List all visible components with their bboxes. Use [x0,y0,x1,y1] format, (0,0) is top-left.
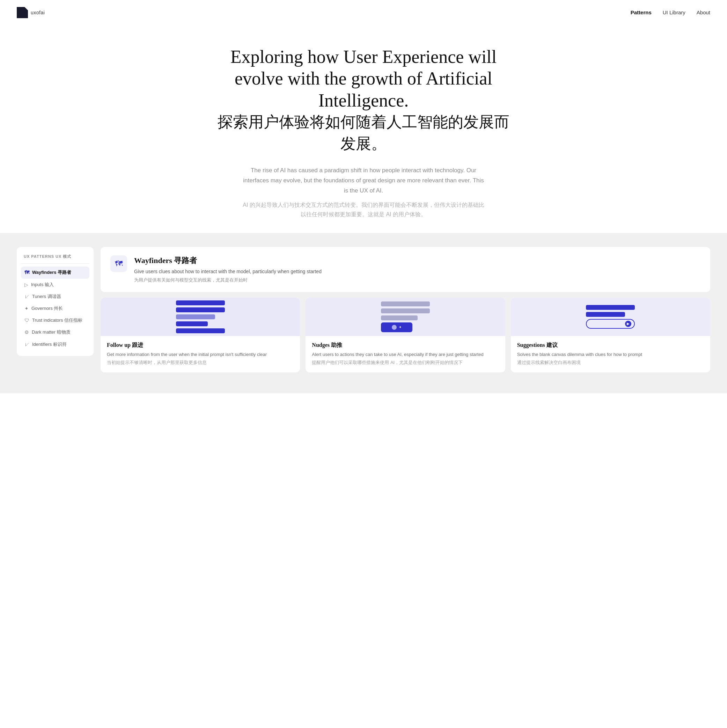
main-panel: 🗺 Wayfinders 寻路者 Give users clues about … [101,247,710,372]
sidebar-label-inputs: Inputs 输入 [31,281,54,288]
feature-title: Wayfinders 寻路者 [134,255,322,266]
layout: UX PATTERNS UX 模式 🗺 Wayfinders 寻路者 ▷ Inp… [17,247,710,372]
card-nudges-desc: Alert users to actions they can take to … [312,351,499,366]
nav-about[interactable]: About [696,9,710,15]
nudge-bar-3 [381,315,418,320]
sidebar: UX PATTERNS UX 模式 🗺 Wayfinders 寻路者 ▷ Inp… [17,247,93,356]
bar-5 [176,328,225,333]
card-follow-up-title: Follow up 跟进 [107,342,294,349]
feature-card-wayfinders: 🗺 Wayfinders 寻路者 Give users clues about … [101,247,710,292]
nav-links: Patterns UI Library About [631,9,710,16]
followup-illustration [176,300,225,333]
card-follow-up-body: Follow up 跟进 Get more information from t… [101,336,300,372]
sidebar-label-governors: Governors 州长 [31,305,63,312]
feature-desc-zh: 为用户提供有关如何与模型交互的线索，尤其是在开始时 [134,277,322,284]
card-follow-up-desc: Get more information from the user when … [107,351,294,366]
nudge-action-inner [392,325,397,330]
sidebar-item-wayfinders[interactable]: 🗺 Wayfinders 寻路者 [21,266,89,278]
logo-text: uxofai [31,10,45,15]
sidebar-label-dark-matter: Dark matter 暗物质 [32,329,70,335]
nav-ui-library[interactable]: UI Library [663,9,686,15]
nav-patterns[interactable]: Patterns [631,9,652,15]
nudge-bar-1 [381,301,430,306]
trust-icon: 🛡 [24,318,29,323]
sidebar-item-tuners[interactable]: ⩗ Tuners 调谐器 [21,291,89,303]
sidebar-title: UX PATTERNS UX 模式 [21,252,89,264]
hero-section: Exploring how User Experience will evolv… [171,25,556,233]
feature-text: Wayfinders 寻路者 Give users clues about ho… [134,255,322,284]
content-area: UX PATTERNS UX 模式 🗺 Wayfinders 寻路者 ▷ Inp… [0,233,727,393]
feature-desc-en: Give users clues about how to interact w… [134,268,322,275]
sug-bar-1 [586,305,635,310]
inputs-icon: ▷ [24,282,28,288]
logo-icon [17,7,28,18]
sidebar-item-identifiers[interactable]: ⩗ Identifiers 标识符 [21,338,89,350]
card-nudges-body: Nudges 助推 Alert users to actions they ca… [305,336,505,372]
card-suggestions-body: Suggestions 建议 Solves the blank canvas d… [511,336,710,372]
sidebar-item-governors[interactable]: ✦ Governors 州长 [21,303,89,314]
sidebar-label-tuners: Tuners 调谐器 [32,294,61,300]
nudge-action-btn: ✦ [381,323,412,332]
sidebar-item-dark-matter[interactable]: ⚙ Dark matter 暗物质 [21,326,89,338]
bar-4 [176,321,208,326]
hero-title: Exploring how User Experience will evolv… [213,46,514,154]
bar-1 [176,300,225,305]
sug-bar-2 [586,312,625,317]
sidebar-label-identifiers: Identifiers 标识符 [32,341,67,347]
card-nudges[interactable]: ✦ Nudges 助推 Alert users to actions they … [305,298,505,372]
nudge-bar-2 [381,309,430,314]
sidebar-label-trust: Trust indicators 信任指标 [32,317,82,323]
card-follow-up[interactable]: Follow up 跟进 Get more information from t… [101,298,300,372]
logo[interactable]: uxofai [17,7,45,18]
nudge-icon: ✦ [399,325,402,329]
card-nudges-title: Nudges 助推 [312,342,499,349]
nudges-illustration: ✦ [381,301,430,332]
dark-matter-icon: ⚙ [24,329,29,335]
sug-arrow: ▶ [625,321,631,327]
bar-3 [176,314,215,319]
sidebar-label-wayfinders: Wayfinders 寻路者 [32,269,71,275]
card-suggestions-image: ▶ [511,298,710,336]
hero-subtitle: The rise of AI has caused a paradigm shi… [241,165,486,219]
navbar: uxofai Patterns UI Library About [0,0,727,25]
card-nudges-image: ✦ [305,298,505,336]
suggestions-illustration: ▶ [586,305,635,329]
card-suggestions[interactable]: ▶ Suggestions 建议 Solves the blank canvas… [511,298,710,372]
bar-2 [176,307,225,312]
wayfinders-icon: 🗺 [24,270,29,275]
sug-input-box: ▶ [586,319,635,329]
sidebar-item-inputs[interactable]: ▷ Inputs 输入 [21,279,89,291]
identifiers-icon: ⩗ [24,342,29,347]
card-grid: Follow up 跟进 Get more information from t… [101,298,710,372]
card-suggestions-title: Suggestions 建议 [517,342,704,349]
card-follow-up-image [101,298,300,336]
sidebar-item-trust[interactable]: 🛡 Trust indicators 信任指标 [21,314,89,326]
feature-icon: 🗺 [110,255,127,272]
card-suggestions-desc: Solves the blank canvas dilemma with clu… [517,351,704,366]
tuners-icon: ⩗ [24,294,29,299]
governors-icon: ✦ [24,306,29,311]
